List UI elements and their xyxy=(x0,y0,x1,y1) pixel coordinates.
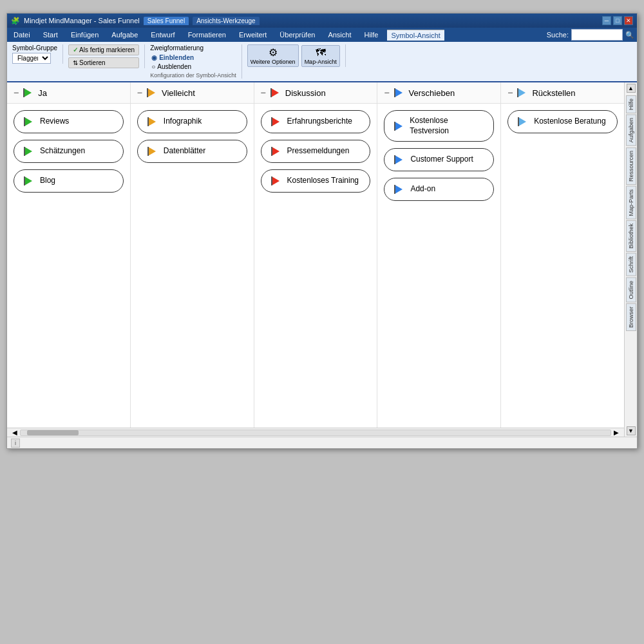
card-pressemeldungen[interactable]: Pressemeldungen xyxy=(261,140,371,163)
side-tab-outline[interactable]: Outline xyxy=(626,278,636,303)
column-verschieben: − Verschieben Kostenlose Testversion Cus… xyxy=(377,82,501,428)
flag-red-icon xyxy=(270,117,282,126)
close-button[interactable]: ✕ xyxy=(624,16,633,25)
ribbon-controls-actions: ✓ Als fertig markieren ⇅ Sortieren xyxy=(68,44,139,68)
menu-datei[interactable]: Datei xyxy=(10,30,34,40)
options-icon: ⚙ xyxy=(269,46,278,59)
card-datenblaetter[interactable]: Datenblätter xyxy=(137,140,247,163)
maximize-button[interactable]: □ xyxy=(613,16,622,25)
minimize-button[interactable]: ─ xyxy=(602,16,611,25)
einblenden-label: Einblenden xyxy=(159,54,194,61)
ribbon-group-symbolgruppe: Symbol-Gruppe Flaggen xyxy=(12,44,63,64)
scroll-right-button[interactable]: ▶ xyxy=(614,429,619,436)
column-verschieben-cards: Kostenlose Testversion Customer Support … xyxy=(377,104,500,428)
menu-symbol-ansicht[interactable]: Symbol-Ansicht xyxy=(387,30,444,41)
window-title: Mindjet MindManager - Sales Funnel xyxy=(24,17,140,24)
bottom-scrollbar[interactable]: ◀ ▶ xyxy=(7,428,624,437)
scroll-down-button[interactable]: ▼ xyxy=(627,426,636,435)
flag-green-icon xyxy=(23,117,35,126)
column-rueckstellen-cards: Kostenlose Beratung xyxy=(501,104,624,428)
ribbon-controls-symbolgruppe: Symbol-Gruppe Flaggen xyxy=(12,44,57,64)
content-area: − Ja Reviews Schätzungen xyxy=(7,82,637,437)
column-header-vielleicht: − Vielleicht xyxy=(131,82,254,104)
right-side-panel: ▲ Hilfe Aufgaben Ressourcen Map-Parts Bi… xyxy=(624,82,637,437)
flag-red-icon xyxy=(270,176,282,185)
app-icon: 🧩 xyxy=(11,17,20,25)
card-kostenloses-training-text: Kostenloses Training xyxy=(287,176,359,186)
column-header-ja: − Ja xyxy=(7,82,130,104)
search-bar: Suche: 🔍 xyxy=(547,29,634,41)
flag-blue-icon xyxy=(393,155,405,164)
menu-ansicht[interactable]: Ansicht xyxy=(324,30,355,40)
card-infographik[interactable]: Infographik xyxy=(137,110,247,133)
collapse-rueckstellen-button[interactable]: − xyxy=(507,88,513,98)
menu-start[interactable]: Start xyxy=(39,30,62,40)
search-icon[interactable]: 🔍 xyxy=(625,31,634,39)
column-header-diskussion: − Diskussion xyxy=(254,82,377,104)
ausblenden-option[interactable]: ○ Ausblenden xyxy=(150,62,204,71)
ribbon-controls-visibility: Zweigformatierung ◉ Einblenden ○ Ausblen… xyxy=(150,44,204,71)
card-schaetzungen[interactable]: Schätzungen xyxy=(14,140,124,163)
ausblenden-label: Ausblenden xyxy=(157,63,191,70)
side-tab-aufgaben[interactable]: Aufgaben xyxy=(626,115,636,146)
map-ansicht-button[interactable]: 🗺 Map-Ansicht xyxy=(301,45,340,67)
card-reviews[interactable]: Reviews xyxy=(14,110,124,133)
collapse-diskussion-button[interactable]: − xyxy=(261,88,266,98)
scroll-thumb[interactable] xyxy=(27,430,79,435)
menu-einfuegen[interactable]: Einfügen xyxy=(67,30,102,40)
flag-blue-icon xyxy=(393,88,405,97)
weitere-optionen-button[interactable]: ⚙ Weitere Optionen xyxy=(247,44,299,67)
column-rueckstellen-label: Rückstellen xyxy=(532,88,575,98)
scroll-up-button[interactable]: ▲ xyxy=(627,84,636,93)
flag-green-icon xyxy=(23,88,34,97)
einblenden-option[interactable]: ◉ Einblenden xyxy=(150,53,204,62)
column-header-rueckstellen: − Rückstellen xyxy=(501,82,624,104)
card-kostenloses-training[interactable]: Kostenloses Training xyxy=(261,169,371,193)
ribbon-group-visibility: Zweigformatierung ◉ Einblenden ○ Ausblen… xyxy=(150,44,242,79)
menu-entwurf[interactable]: Entwurf xyxy=(147,30,178,40)
als-fertig-button[interactable]: ✓ Als fertig markieren xyxy=(68,44,139,55)
flag-orange-icon xyxy=(147,147,158,156)
column-rueckstellen: − Rückstellen Kostenlose Beratung xyxy=(501,82,624,428)
menu-ueberpruefen[interactable]: Überprüfen xyxy=(276,30,319,40)
card-blog[interactable]: Blog xyxy=(14,169,124,193)
menu-erweitert[interactable]: Erweitert xyxy=(235,30,270,40)
menu-formatieren[interactable]: Formatieren xyxy=(184,30,230,40)
side-tab-hilfe[interactable]: Hilfe xyxy=(626,95,636,113)
menu-aufgabe[interactable]: Aufgabe xyxy=(108,30,142,40)
collapse-ja-button[interactable]: − xyxy=(14,88,19,98)
card-infographik-text: Infographik xyxy=(164,117,202,127)
column-ja: − Ja Reviews Schätzungen xyxy=(7,82,131,428)
card-erfahrungsberichte[interactable]: Erfahrungsberichte xyxy=(261,110,371,133)
side-tab-ressourcen[interactable]: Ressourcen xyxy=(626,147,636,185)
collapse-vielleicht-button[interactable]: − xyxy=(137,88,142,98)
symbol-gruppe-label: Symbol-Gruppe xyxy=(12,44,57,52)
search-input[interactable] xyxy=(571,29,623,41)
card-reviews-text: Reviews xyxy=(40,117,69,127)
card-kostenlose-testversion[interactable]: Kostenlose Testversion xyxy=(384,110,494,142)
flag-blue-icon xyxy=(393,122,404,131)
menu-hilfe[interactable]: Hilfe xyxy=(360,30,382,40)
sortieren-button[interactable]: ⇅ Sortieren xyxy=(68,57,139,68)
side-tab-map-parts[interactable]: Map-Parts xyxy=(626,186,636,220)
ribbon-group-label-config: Konfiguration der Symbol-Ansicht xyxy=(150,72,236,79)
symbol-gruppe-select[interactable]: Flaggen xyxy=(12,53,51,64)
ausblenden-icon: ○ xyxy=(151,63,155,70)
card-add-on-text: Add-on xyxy=(410,184,435,194)
side-tab-bibliothek[interactable]: Bibliothek xyxy=(626,220,636,252)
card-add-on[interactable]: Add-on xyxy=(384,178,494,201)
card-customer-support[interactable]: Customer Support xyxy=(384,148,494,171)
collapse-verschieben-button[interactable]: − xyxy=(384,88,389,98)
ribbon-controls-tools: ⚙ Weitere Optionen 🗺 Map-Ansicht xyxy=(247,44,340,67)
scroll-left-button[interactable]: ◀ xyxy=(12,429,17,436)
tab-main[interactable]: Sales Funnel xyxy=(144,17,189,25)
side-tab-browser[interactable]: Browser xyxy=(626,303,636,331)
column-vielleicht-label: Vielleicht xyxy=(162,88,195,98)
column-diskussion: − Diskussion Erfahrungsberichte Presseme… xyxy=(254,82,378,428)
kanban-area: − Ja Reviews Schätzungen xyxy=(7,82,624,437)
tab-tools[interactable]: Ansichts-Werkzeuge xyxy=(193,17,260,25)
flag-orange-icon xyxy=(147,117,158,126)
ribbon-group-actions: ✓ Als fertig markieren ⇅ Sortieren xyxy=(68,44,145,68)
card-kostenlose-beratung[interactable]: Kostenlose Beratung xyxy=(507,110,618,133)
side-tab-schrift[interactable]: Schrift xyxy=(626,253,636,276)
